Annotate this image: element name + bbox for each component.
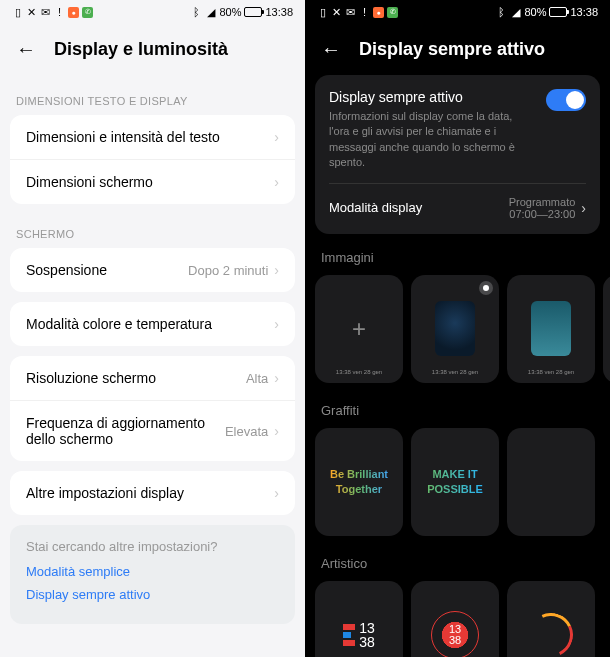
status-time: 13:38: [265, 6, 293, 18]
thumb-preview: [531, 301, 571, 356]
row-label: Sospensione: [26, 262, 188, 278]
thumbs-graffiti: Be Brilliant Together MAKE IT POSSIBLE: [305, 428, 610, 552]
thumbs-artistic: 1338 1338: [305, 581, 610, 657]
footer-suggestions: Stai cercando altre impostazioni? Modali…: [10, 525, 295, 624]
footer-link-simple-mode[interactable]: Modalità semplice: [26, 564, 279, 579]
wifi-off-icon: ✕: [26, 7, 37, 18]
wifi-off-icon: ✕: [331, 7, 342, 18]
row-label: Frequenza di aggiornamento dello schermo: [26, 415, 225, 447]
chevron-right-icon: ›: [274, 485, 279, 501]
thumb-artistic-1[interactable]: 1338: [315, 581, 403, 657]
thumb-image-3[interactable]: [603, 275, 610, 383]
thumb-graffiti-2[interactable]: MAKE IT POSSIBLE: [411, 428, 499, 536]
battery-percent: 80%: [524, 6, 546, 18]
thumbs-images: + 13:38 ven 28 gen 13:38 ven 28 gen 13:3…: [305, 275, 610, 399]
card-more-display: Altre impostazioni display ›: [10, 471, 295, 515]
battery-percent: 80%: [219, 6, 241, 18]
header: ← Display e luminosità: [0, 24, 305, 75]
thumb-preview: [435, 301, 475, 356]
thumb-graffiti-1[interactable]: Be Brilliant Together: [315, 428, 403, 536]
signal-icon: ◢: [510, 7, 521, 18]
row-display-mode[interactable]: Modalità display Programmato 07:00—23:00…: [329, 183, 586, 220]
card-text-display: Dimensioni e intensità del testo › Dimen…: [10, 115, 295, 204]
row-value: Programmato 07:00—23:00: [509, 196, 576, 220]
thumb-image-1[interactable]: 13:38 ven 28 gen: [411, 275, 499, 383]
aod-main-card: Display sempre attivo Informazioni sul d…: [315, 75, 600, 234]
thumb-time-label: 13:38 ven 28 gen: [528, 369, 574, 375]
row-screen-size[interactable]: Dimensioni schermo ›: [10, 160, 295, 204]
aod-settings-screen: ▯ ✕ ✉ ! ● ✆ ᛒ ◢ 80% 13:38 ← Display semp…: [305, 0, 610, 657]
settings-display-screen: ▯ ✕ ✉ ! ● ✆ ᛒ ◢ 80% 13:38 ← Display e lu…: [0, 0, 305, 657]
status-bar: ▯ ✕ ✉ ! ● ✆ ᛒ ◢ 80% 13:38: [0, 0, 305, 24]
app-icon-green: ✆: [387, 7, 398, 18]
clock-style-ring: [523, 606, 579, 657]
row-value: Alta: [246, 371, 268, 386]
signal-icon: ◢: [205, 7, 216, 18]
thumb-artistic-2[interactable]: 1338: [411, 581, 499, 657]
chevron-right-icon: ›: [274, 316, 279, 332]
battery-icon: [244, 7, 262, 17]
battery-icon: [549, 7, 567, 17]
thumb-time-label: 13:38 ven 28 gen: [432, 369, 478, 375]
card-icon: ▯: [12, 7, 23, 18]
row-label: Modalità colore e temperatura: [26, 316, 274, 332]
app-icon-green: ✆: [82, 7, 93, 18]
bluetooth-icon: ᛒ: [496, 7, 507, 18]
footer-link-aod[interactable]: Display sempre attivo: [26, 587, 279, 602]
thumb-image-2[interactable]: 13:38 ven 28 gen: [507, 275, 595, 383]
section-label-graffiti: Graffiti: [305, 399, 610, 428]
row-label: Dimensioni e intensità del testo: [26, 129, 274, 145]
alert-icon: !: [54, 7, 65, 18]
row-label: Modalità display: [329, 200, 422, 215]
app-icon-orange: ●: [68, 7, 79, 18]
row-resolution[interactable]: Risoluzione schermo Alta ›: [10, 356, 295, 401]
aod-toggle-title: Display sempre attivo: [329, 89, 534, 105]
row-label: Dimensioni schermo: [26, 174, 274, 190]
section-label-images: Immagini: [305, 246, 610, 275]
page-title: Display sempre attivo: [359, 39, 545, 60]
thumb-add[interactable]: + 13:38 ven 28 gen: [315, 275, 403, 383]
row-value: Dopo 2 minuti: [188, 263, 268, 278]
aod-toggle[interactable]: [546, 89, 586, 111]
aod-toggle-desc: Informazioni sul display come la data, l…: [329, 109, 534, 171]
page-title: Display e luminosità: [54, 39, 228, 60]
row-sleep[interactable]: Sospensione Dopo 2 minuti ›: [10, 248, 295, 292]
thumb-time-label: 13:38 ven 28 gen: [336, 369, 382, 375]
back-arrow-icon[interactable]: ←: [16, 38, 36, 61]
alert-icon: !: [359, 7, 370, 18]
footer-question: Stai cercando altre impostazioni?: [26, 539, 279, 554]
app-icon-orange: ●: [373, 7, 384, 18]
section-label-artistic: Artistico: [305, 552, 610, 581]
row-text-size[interactable]: Dimensioni e intensità del testo ›: [10, 115, 295, 160]
row-refresh-rate[interactable]: Frequenza di aggiornamento dello schermo…: [10, 401, 295, 461]
row-label: Risoluzione schermo: [26, 370, 246, 386]
thumb-artistic-3[interactable]: [507, 581, 595, 657]
section-label-text-display: DIMENSIONI TESTO E DISPLAY: [0, 81, 305, 115]
section-label-screen: SCHERMO: [0, 214, 305, 248]
card-color: Modalità colore e temperatura ›: [10, 302, 295, 346]
mail-icon: ✉: [40, 7, 51, 18]
mail-icon: ✉: [345, 7, 356, 18]
clock-style-bars: 1338: [343, 621, 375, 649]
card-resolution-refresh: Risoluzione schermo Alta › Frequenza di …: [10, 356, 295, 461]
card-sleep: Sospensione Dopo 2 minuti ›: [10, 248, 295, 292]
row-label: Altre impostazioni display: [26, 485, 274, 501]
thumb-graffiti-3[interactable]: [507, 428, 595, 536]
bluetooth-icon: ᛒ: [191, 7, 202, 18]
graffiti-text: MAKE IT POSSIBLE: [427, 467, 483, 496]
chevron-right-icon: ›: [274, 174, 279, 190]
status-bar: ▯ ✕ ✉ ! ● ✆ ᛒ ◢ 80% 13:38: [305, 0, 610, 24]
chevron-right-icon: ›: [274, 262, 279, 278]
chevron-right-icon: ›: [581, 200, 586, 216]
plus-icon: +: [352, 315, 366, 343]
header: ← Display sempre attivo: [305, 24, 610, 75]
back-arrow-icon[interactable]: ←: [321, 38, 341, 61]
clock-style-circle: 1338: [431, 611, 479, 657]
chevron-right-icon: ›: [274, 370, 279, 386]
row-more-display[interactable]: Altre impostazioni display ›: [10, 471, 295, 515]
row-color-mode[interactable]: Modalità colore e temperatura ›: [10, 302, 295, 346]
graffiti-text: Be Brilliant Together: [330, 467, 388, 496]
status-time: 13:38: [570, 6, 598, 18]
selected-indicator-icon: [479, 281, 493, 295]
card-icon: ▯: [317, 7, 328, 18]
